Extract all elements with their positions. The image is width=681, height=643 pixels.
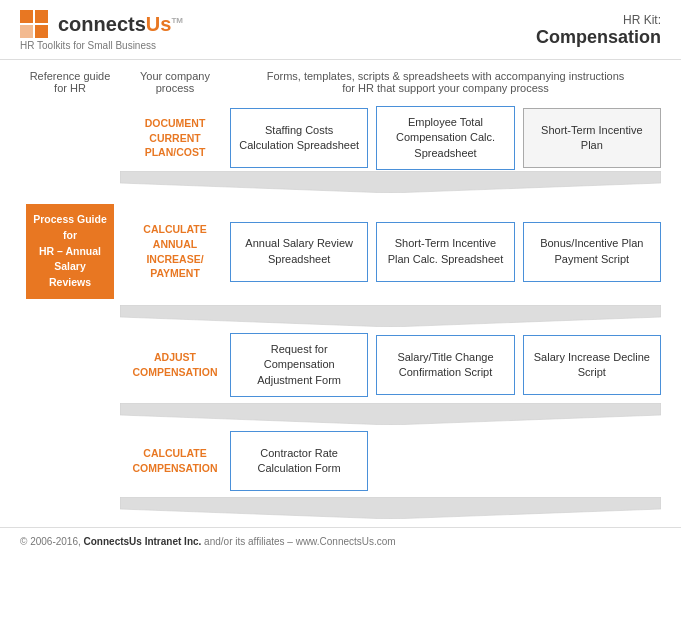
card-salary-increase-decline[interactable]: Salary Increase Decline Script (523, 335, 661, 395)
logo-suffix: Us (146, 13, 172, 35)
hr-kit-title: Compensation (536, 27, 661, 48)
cards-row2: Annual Salary Review Spreadsheet Short-T… (230, 198, 661, 305)
process-row-2: Process Guide forHR – Annual Salary Revi… (20, 198, 661, 305)
ref-box-row2: Process Guide forHR – Annual Salary Revi… (20, 198, 120, 305)
footer: © 2006-2016, ConnectsUs Intranet Inc. an… (0, 527, 681, 555)
ref-box-row3-spacer (20, 327, 120, 403)
card-short-term-incentive-calc[interactable]: Short-Term Incentive Plan Calc. Spreadsh… (376, 222, 514, 282)
svg-rect-1 (35, 10, 48, 23)
ref-box-label: Process Guide forHR – Annual Salary Revi… (26, 204, 114, 299)
hr-kit-label: HR Kit: (536, 13, 661, 27)
chevron-separator-4 (20, 497, 661, 519)
cards-row1: Staffing Costs Calculation Spreadsheet E… (230, 100, 661, 176)
footer-company: ConnectsUs Intranet Inc. (84, 536, 202, 547)
chevron-arrow-3 (120, 403, 661, 425)
col-header-forms: Forms, templates, scripts & spreadsheets… (230, 70, 661, 94)
column-headers: Reference guidefor HR Your companyproces… (0, 60, 681, 100)
logo-area: connectsUsTM HR Toolkits for Small Busin… (20, 10, 183, 51)
card-bonus-incentive-payment[interactable]: Bonus/Incentive Plan Payment Script (523, 222, 661, 282)
process-label-text-row4: CALCULATECOMPENSATION (133, 446, 218, 475)
process-row-3: ADJUSTCOMPENSATION Request for Compensat… (20, 327, 661, 403)
col-header-process: Your companyprocess (120, 70, 230, 94)
ref-box-row4-spacer (20, 425, 120, 497)
cards-row3: Request for Compensation Adjustment Form… (230, 327, 661, 403)
process-label-row2: CALCULATEANNUAL INCREASE/PAYMENT (120, 198, 230, 305)
svg-rect-0 (20, 10, 33, 23)
main-content: DOCUMENT CURRENTPLAN/COST Staffing Costs… (0, 100, 681, 519)
svg-rect-2 (20, 25, 33, 38)
process-label-row4: CALCULATECOMPENSATION (120, 425, 230, 497)
card-employee-total-comp[interactable]: Employee Total Compensation Calc. Spread… (376, 106, 514, 170)
chevron-line-1 (120, 181, 661, 193)
logo-tagline: HR Toolkits for Small Business (20, 40, 183, 51)
process-label-row3: ADJUSTCOMPENSATION (120, 327, 230, 403)
logo-top: connectsUsTM (20, 10, 183, 38)
logo-text: connectsUsTM (58, 13, 183, 36)
cards-row4: Contractor Rate Calculation Form (230, 425, 661, 497)
process-row-4: CALCULATECOMPENSATION Contractor Rate Ca… (20, 425, 661, 497)
logo-tm: TM (171, 16, 183, 25)
process-label-text-row3: ADJUSTCOMPENSATION (133, 350, 218, 379)
card-annual-salary-review[interactable]: Annual Salary Review Spreadsheet (230, 222, 368, 282)
ref-box-process-guide: Process Guide (33, 213, 107, 225)
ref-box-row1 (20, 100, 120, 176)
footer-copyright: © 2006-2016, (20, 536, 84, 547)
header-right: HR Kit: Compensation (536, 13, 661, 48)
card-contractor-rate[interactable]: Contractor Rate Calculation Form (230, 431, 368, 491)
process-label-row1: DOCUMENT CURRENTPLAN/COST (120, 100, 230, 176)
chevron-line-4 (120, 497, 661, 519)
col-header-ref: Reference guidefor HR (20, 70, 120, 94)
logo-prefix: connects (58, 13, 146, 35)
svg-rect-3 (35, 25, 48, 38)
card-staffing-costs[interactable]: Staffing Costs Calculation Spreadsheet (230, 108, 368, 168)
footer-rest: and/or its affiliates – www.ConnectsUs.c… (201, 536, 395, 547)
process-row-1: DOCUMENT CURRENTPLAN/COST Staffing Costs… (20, 100, 661, 176)
card-compensation-adjustment[interactable]: Request for Compensation Adjustment Form (230, 333, 368, 397)
chevron-arrow-1 (120, 171, 661, 193)
chevron-line-3 (120, 403, 661, 425)
card-short-term-incentive[interactable]: Short-Term Incentive Plan (523, 108, 661, 168)
chevron-line-2 (120, 305, 661, 327)
header: connectsUsTM HR Toolkits for Small Busin… (0, 0, 681, 60)
chevron-arrow-4 (120, 497, 661, 519)
chevron-separator-1 (20, 176, 661, 198)
chevron-separator-2 (20, 305, 661, 327)
card-salary-title-change[interactable]: Salary/Title Change Confirmation Script (376, 335, 514, 395)
chevron-arrow-2 (120, 305, 661, 327)
chevron-separator-3 (20, 403, 661, 425)
process-label-text-row2: CALCULATEANNUAL INCREASE/PAYMENT (126, 222, 224, 281)
logo-icon (20, 10, 50, 38)
process-label-text-row1: DOCUMENT CURRENTPLAN/COST (126, 116, 224, 160)
